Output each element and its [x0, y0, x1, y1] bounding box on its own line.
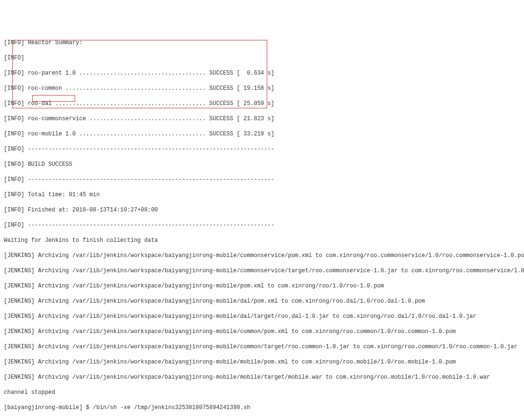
- log-line: [INFO] Finished at: 2018-08-13T14:10:27+…: [4, 206, 520, 214]
- log-line: [INFO] ---------------------------------…: [4, 145, 520, 153]
- log-line: [JENKINS] Archiving /var/lib/jenkins/wor…: [4, 313, 520, 320]
- build-success-line: [INFO] BUILD SUCCESS: [4, 161, 520, 168]
- log-line: [INFO] roo-parent 1.0 ..................…: [4, 69, 520, 77]
- log-line: [INFO] roo-mobile 1.0 ..................…: [4, 130, 520, 138]
- log-line: channel stopped: [4, 389, 520, 396]
- log-line: [INFO] Total time: 01:45 min: [4, 191, 520, 199]
- log-line: [INFO]: [4, 54, 520, 62]
- log-line: [JENKINS] Archiving /var/lib/jenkins/wor…: [4, 328, 520, 335]
- log-line: [INFO] roo-dal .........................…: [4, 100, 520, 107]
- log-line: [JENKINS] Archiving /var/lib/jenkins/wor…: [4, 282, 520, 290]
- log-line: [JENKINS] Archiving /var/lib/jenkins/wor…: [4, 373, 520, 381]
- log-line: [baiyangjinrong-mobile] $ /bin/sh -xe /t…: [4, 404, 520, 411]
- log-line: [JENKINS] Archiving /var/lib/jenkins/wor…: [4, 297, 520, 305]
- log-line: [INFO] ---------------------------------…: [4, 176, 520, 183]
- console-output: [INFO] Reactor Summary: [INFO] [INFO] ro…: [4, 31, 520, 420]
- log-line: [JENKINS] Archiving /var/lib/jenkins/wor…: [4, 252, 520, 259]
- log-line: [JENKINS] Archiving /var/lib/jenkins/wor…: [4, 343, 520, 351]
- log-line: [JENKINS] Archiving /var/lib/jenkins/wor…: [4, 358, 520, 366]
- log-line: [JENKINS] Archiving /var/lib/jenkins/wor…: [4, 267, 520, 275]
- log-line: [INFO] roo-common ......................…: [4, 85, 520, 92]
- log-line: [INFO] ---------------------------------…: [4, 221, 520, 229]
- log-line: Waiting for Jenkins to finish collecting…: [4, 237, 520, 244]
- log-line: [INFO] roo-commonservice ...............…: [4, 115, 520, 123]
- log-line: [INFO] Reactor Summary:: [4, 39, 520, 47]
